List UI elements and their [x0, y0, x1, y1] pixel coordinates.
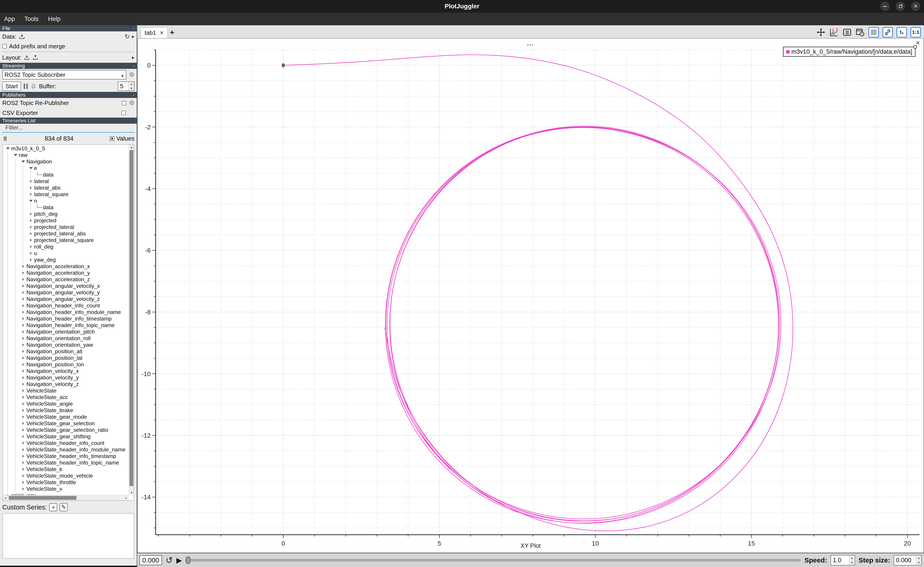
- scrollbar-thumb[interactable]: [129, 150, 134, 486]
- publishers-section-header[interactable]: Publishers -: [0, 92, 137, 98]
- xy-plot-canvas[interactable]: [139, 50, 920, 547]
- tree-item[interactable]: VehicleState_header_info_timestamp: [3, 453, 129, 459]
- close-button[interactable]: ✕: [911, 2, 920, 11]
- tree-item[interactable]: VehicleState_throttle: [3, 479, 129, 486]
- timeseries-section-header[interactable]: Timeseries List: [0, 117, 137, 124]
- new-tab-button[interactable]: +: [170, 28, 174, 37]
- tree-item[interactable]: Navigation_position_lat: [3, 355, 129, 361]
- tree-item[interactable]: Navigation_header_info_timestamp: [3, 315, 129, 322]
- tree-item[interactable]: Navigation_orientation_yaw: [3, 341, 129, 348]
- time-display[interactable]: 0.000: [140, 555, 162, 565]
- tree-item[interactable]: Navigation_orientation_roll: [3, 335, 129, 341]
- scroll-down-icon[interactable]: ▼: [129, 490, 134, 495]
- save-layout-icon[interactable]: [32, 54, 39, 61]
- tree-item[interactable]: Navigation_position_alt: [3, 348, 129, 355]
- add-prefix-checkbox[interactable]: [2, 44, 7, 48]
- load-layout-icon[interactable]: [24, 54, 30, 61]
- tree-item[interactable]: Navigation_position_lon: [3, 361, 129, 368]
- tree-item[interactable]: Navigation_acceleration_y: [3, 269, 129, 276]
- tree-item[interactable]: Navigation_angular_velocity_z: [3, 296, 129, 302]
- tree-item[interactable]: lateral: [3, 178, 129, 184]
- load-data-icon[interactable]: [18, 33, 25, 40]
- tree-item[interactable]: yaw_deg: [3, 256, 129, 263]
- link-axes-icon[interactable]: [882, 27, 893, 38]
- tree-item[interactable]: pitch_deg: [3, 211, 129, 217]
- trash-icon[interactable]: [2, 136, 8, 141]
- move-view-icon[interactable]: [816, 27, 826, 37]
- custom-series-list[interactable]: [3, 513, 134, 558]
- tab-tab1[interactable]: tab1 ✕: [141, 27, 168, 38]
- add-custom-series-button[interactable]: +: [49, 503, 57, 511]
- tree-item[interactable]: Navigation_angular_velocity_x: [3, 283, 129, 289]
- edit-custom-series-button[interactable]: ✎: [60, 503, 68, 511]
- collapse-icon[interactable]: -: [133, 26, 135, 32]
- slider-handle[interactable]: [186, 556, 190, 564]
- tree-item[interactable]: Navigation_velocity_y: [3, 374, 129, 381]
- tree-item[interactable]: projected: [3, 217, 129, 224]
- spin-down-icon[interactable]: ▼: [849, 560, 855, 565]
- tree-item[interactable]: VehicleState_gear_selection: [3, 420, 129, 427]
- tree-vertical-scrollbar[interactable]: ▲ ▼: [129, 145, 134, 495]
- tree-item[interactable]: VehicleState_gear_shifting: [3, 433, 129, 440]
- tree-item[interactable]: projected_lateral_square: [3, 237, 129, 243]
- spin-up-icon[interactable]: ▲: [849, 555, 855, 560]
- plot-widget[interactable]: ... × m3v10_k_0_5/raw/Navigation/[n/data…: [137, 38, 924, 553]
- tree-item[interactable]: VehicleState_header_info_count: [3, 440, 129, 446]
- tree-item[interactable]: lateral_square: [3, 191, 129, 197]
- streaming-gear-icon[interactable]: ⚙: [129, 72, 135, 78]
- tree-item[interactable]: VehicleState_gear_selection_ratio: [3, 427, 129, 433]
- tree-item[interactable]: u: [3, 250, 129, 256]
- tree-item[interactable]: Navigation_acceleration_z: [3, 276, 129, 283]
- tree-item[interactable]: Navigation_header_info_topic_name: [3, 322, 129, 328]
- ratio-toggle-icon[interactable]: 1:1: [910, 27, 921, 38]
- tree-item[interactable]: lateral_abs: [3, 184, 129, 191]
- legend-handle[interactable]: [914, 45, 917, 49]
- tree-item[interactable]: Navigation_header_info_module_name: [3, 309, 129, 315]
- timeline-slider[interactable]: [185, 556, 801, 564]
- tree-horizontal-scrollbar[interactable]: ◂ ▸: [3, 495, 129, 501]
- plot-close-icon[interactable]: ×: [916, 39, 920, 46]
- tree-item[interactable]: VehicleState: [3, 387, 129, 394]
- csv-exporter-checkbox[interactable]: [122, 111, 126, 115]
- legend[interactable]: m3v10_k_0_5/raw/Navigation/[n/data;e/dat…: [783, 47, 915, 57]
- tree-item[interactable]: └─data: [3, 171, 129, 178]
- tree-item[interactable]: VehicleState_header_info_topic_name: [3, 459, 129, 466]
- spin-up-icon[interactable]: ▲: [916, 555, 921, 560]
- scroll-up-icon[interactable]: ▲: [129, 145, 134, 150]
- datetime-icon[interactable]: [855, 27, 865, 37]
- restore-button[interactable]: [896, 2, 905, 11]
- file-section-header[interactable]: File -: [0, 25, 137, 32]
- tree-item[interactable]: VehicleState_brake: [3, 407, 129, 414]
- menu-app[interactable]: App: [4, 16, 15, 23]
- collapse-icon[interactable]: -: [133, 63, 135, 69]
- values-checkbox[interactable]: [110, 136, 114, 141]
- spin-down-icon[interactable]: ▼: [916, 560, 921, 565]
- loop-icon[interactable]: ↺: [166, 556, 173, 564]
- filter-input[interactable]: Filter...: [0, 124, 137, 133]
- step-size-spinbox[interactable]: 0.000 ▲▼: [894, 555, 922, 565]
- start-button[interactable]: Start: [2, 81, 21, 91]
- republisher-checkbox[interactable]: [122, 101, 126, 105]
- tree-item[interactable]: Navigation_header_info_count: [3, 302, 129, 309]
- tree-item[interactable]: VehicleState_k: [3, 466, 129, 472]
- tree-item[interactable]: Navigation: [3, 158, 129, 165]
- spin-down-icon[interactable]: ▼: [129, 86, 134, 90]
- tree-item[interactable]: VehicleState_mode_vehicle: [3, 472, 129, 479]
- spin-up-icon[interactable]: ▲: [129, 82, 134, 86]
- tree-item[interactable]: Navigation_orientation_pitch: [3, 328, 129, 335]
- tab-close-icon[interactable]: ✕: [160, 30, 164, 36]
- tree-item[interactable]: Navigation_acceleration_x: [3, 263, 129, 269]
- reload-data-icon[interactable]: ↻: [124, 34, 130, 40]
- collapse-icon[interactable]: -: [133, 92, 135, 98]
- plot-title[interactable]: ...: [138, 40, 924, 47]
- tree-item[interactable]: Navigation_angular_velocity_y: [3, 289, 129, 296]
- tree-item[interactable]: Navigation_velocity_x: [3, 368, 129, 374]
- tree-item[interactable]: Navigation_velocity_z: [3, 381, 129, 387]
- tree-item[interactable]: VehicleState_header_info_module_name: [3, 446, 129, 453]
- layout-menu-chevron-icon[interactable]: ▸: [132, 55, 135, 60]
- minimize-button[interactable]: [880, 2, 890, 11]
- republisher-gear-icon[interactable]: ⚙: [129, 100, 135, 106]
- pause-icon[interactable]: [24, 84, 28, 89]
- scroll-right-icon[interactable]: ▸: [124, 495, 129, 500]
- tree-item[interactable]: VehicleState_gear_mode: [3, 414, 129, 420]
